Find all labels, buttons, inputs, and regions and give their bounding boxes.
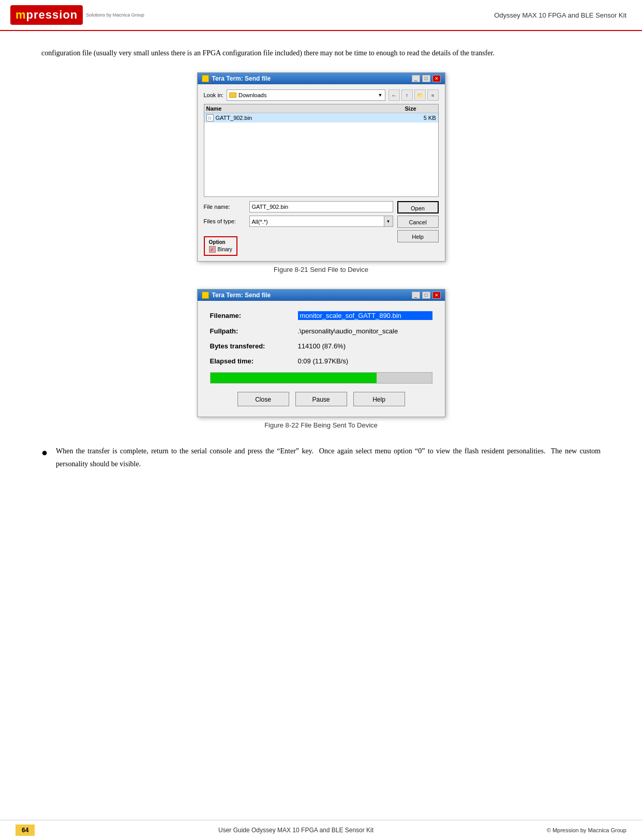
folder-icon (229, 93, 236, 98)
look-in-row: Look in: Downloads ▼ ← ↑ 📁 ≡ (204, 89, 439, 101)
fields-and-buttons: File name: Files of type: All(*.*) ▼ (204, 201, 439, 256)
dialog-title-text-2: Tera Term: Send file (202, 292, 271, 299)
bullet-section: ● When the transfer is complete, return … (41, 445, 601, 470)
new-folder-icon[interactable]: 📁 (414, 89, 426, 101)
elapsed-send-label: Elapsed time: (210, 357, 298, 365)
win-controls-2: _ □ ✕ (412, 292, 441, 299)
filetype-dropdown-btn[interactable]: ▼ (384, 216, 393, 227)
file-icon-1: □ (206, 114, 214, 121)
bytes-send-row: Bytes transfered: 114100 (87.6%) (210, 342, 432, 350)
dialog-icon-1 (202, 75, 209, 82)
dialog-titlebar-2: Tera Term: Send file _ □ ✕ (198, 289, 445, 301)
footer-right-text: © Mpression by Macnica Group (547, 827, 626, 833)
option-label: Option (209, 239, 232, 245)
elapsed-send-value: 0:09 (11.97KB/s) (298, 357, 432, 365)
dialog-titlebar-1: Tera Term: Send file _ □ ✕ (198, 73, 445, 84)
dialog-title-text-1: Tera Term: Send file (202, 75, 271, 82)
col-name-header: Name (206, 105, 405, 112)
file-list-header: Name Size (204, 104, 438, 113)
field-group: File name: Files of type: All(*.*) ▼ (204, 201, 393, 256)
figure-1-container: Tera Term: Send file _ □ ✕ Look in: Down… (41, 72, 601, 273)
filename-send-label: Filename: (210, 312, 298, 319)
dropdown-arrow: ▼ (378, 93, 383, 98)
send-file-dialog-1: Tera Term: Send file _ □ ✕ Look in: Down… (197, 72, 445, 262)
filename-row: File name: (204, 201, 393, 212)
filetype-value: All(*.*) (249, 216, 384, 227)
open-button[interactable]: Open (397, 201, 439, 213)
file-list-area: Name Size □ GATT_902.bin 5 KB (204, 104, 439, 197)
bytes-send-value: 114100 (87.6%) (298, 342, 432, 350)
file-row-1[interactable]: □ GATT_902.bin 5 KB (204, 113, 438, 123)
bytes-send-label: Bytes transfered: (210, 342, 298, 350)
filetype-row: Files of type: All(*.*) ▼ (204, 216, 393, 227)
figure-1-caption: Figure 8-21 Send File to Device (274, 266, 368, 273)
page-header: mpression Solutions by Macnica Group Ody… (0, 0, 642, 31)
filename-send-value: monitor_scale_sof_GATT_890.bin (298, 311, 432, 320)
binary-checkbox[interactable]: ✓ (209, 246, 216, 253)
option-binary-area: Option ✓ Binary (204, 234, 393, 256)
look-in-label: Look in: (204, 92, 224, 98)
progress-bar-container (210, 372, 432, 384)
header-title: Odyssey MAX 10 FPGA and BLE Sensor Kit (494, 11, 626, 19)
page-footer: 64 User Guide Odyssey MAX 10 FPGA and BL… (0, 820, 642, 840)
page-number: 64 (16, 824, 35, 836)
filetype-dropdown[interactable]: All(*.*) ▼ (249, 216, 393, 227)
dialog-buttons-1: Open Cancel Help (397, 201, 439, 242)
col-size-header: Size (405, 105, 436, 112)
minimize-button-1[interactable]: _ (412, 75, 420, 82)
up-icon[interactable]: ↑ (401, 89, 413, 101)
filetype-label: Files of type: (204, 218, 245, 224)
file-size-text-1: 5 KB (405, 115, 436, 121)
figure-2-caption: Figure 8-22 File Being Sent To Device (264, 421, 378, 429)
logo-area: mpression Solutions by Macnica Group (10, 5, 144, 25)
dialog-body-1: Look in: Downloads ▼ ← ↑ 📁 ≡ (198, 84, 445, 261)
bullet-dot: ● (41, 445, 48, 470)
help-button-2[interactable]: Help (353, 392, 405, 406)
pause-button[interactable]: Pause (295, 392, 347, 406)
logo-box: mpression (10, 5, 83, 25)
maximize-button-1[interactable]: □ (422, 75, 430, 82)
footer-center-text: User Guide Odyssey MAX 10 FPGA and BLE S… (45, 827, 546, 834)
filename-label: File name: (204, 204, 245, 210)
dialog-icon-2 (202, 292, 209, 299)
bullet-text: When the transfer is complete, return to… (56, 445, 601, 470)
binary-label: Binary (218, 247, 232, 252)
fullpath-send-value: .\personality\audio_monitor_scale (298, 327, 432, 335)
back-icon[interactable]: ← (389, 89, 400, 101)
filename-input[interactable] (249, 201, 393, 212)
help-button-1[interactable]: Help (397, 230, 439, 242)
fullpath-send-label: Fullpath: (210, 327, 298, 335)
win-controls-1: _ □ ✕ (412, 75, 441, 82)
cancel-button-1[interactable]: Cancel (397, 216, 439, 228)
send-buttons: Close Pause Help (210, 392, 432, 406)
toolbar-icons: ← ↑ 📁 ≡ (389, 89, 439, 101)
logo-text: mpression (16, 8, 78, 21)
close-button-2[interactable]: Close (237, 392, 289, 406)
minimize-button-2[interactable]: _ (412, 292, 420, 299)
figure-2-container: Tera Term: Send file _ □ ✕ Filename: mon… (41, 289, 601, 429)
send-body: Filename: monitor_scale_sof_GATT_890.bin… (198, 301, 445, 417)
option-checkbox-group: Option ✓ Binary (204, 236, 237, 256)
close-button-2[interactable]: ✕ (432, 292, 441, 299)
view-icon[interactable]: ≡ (427, 89, 439, 101)
main-content: configuration file (usually very small u… (0, 31, 642, 481)
elapsed-send-row: Elapsed time: 0:09 (11.97KB/s) (210, 357, 432, 365)
close-button-1[interactable]: ✕ (432, 75, 441, 82)
binary-checkbox-row: ✓ Binary (209, 246, 232, 253)
look-in-dropdown[interactable]: Downloads ▼ (227, 89, 385, 101)
filename-send-row: Filename: monitor_scale_sof_GATT_890.bin (210, 311, 432, 320)
file-name-text-1: GATT_902.bin (216, 115, 405, 121)
fullpath-send-row: Fullpath: .\personality\audio_monitor_sc… (210, 327, 432, 335)
progress-bar-fill (211, 373, 377, 383)
intro-paragraph: configuration file (usually very small u… (41, 47, 601, 59)
maximize-button-2[interactable]: □ (422, 292, 430, 299)
logo-sub: Solutions by Macnica Group (86, 12, 144, 18)
send-file-dialog-2: Tera Term: Send file _ □ ✕ Filename: mon… (197, 289, 445, 417)
